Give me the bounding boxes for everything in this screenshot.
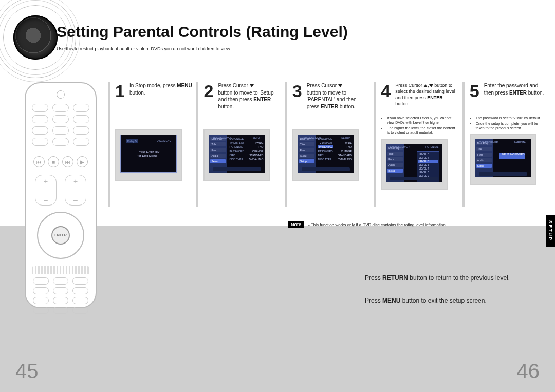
speaker-graphic [13,15,58,60]
step-number: 3 [292,82,304,100]
step-1: 1 In Stop mode, press MENU button. Dolby… [115,82,192,207]
step-3: 3 Press Cursor button to move to 'PARENT… [292,82,369,207]
step-text: Press Cursor button to move to 'Setup' a… [218,82,281,110]
step-text: Press Cursor button to move to 'PARENTAL… [307,82,369,110]
bottom-instructions: Press RETURN button to return to the pre… [365,273,540,319]
next-icon: ⏭ [62,156,73,167]
manual-page: Setting Parental Controls (Rating Level)… [0,0,555,392]
step-text: Enter the password and then press ENTER … [484,82,547,96]
steps-row: 1 In Stop mode, press MENU button. Dolby… [108,82,547,207]
step-separator [108,82,110,207]
remote-volume-rocker [35,175,57,206]
step-number: 1 [115,82,126,100]
osd-message: Press Enter key for Disc Menu [138,150,159,158]
step-separator [462,82,465,207]
step-bullets: If you have selected Level 6, you cannot… [381,116,458,135]
osd-screenshot-4: DVD RECEIVERPARENTAL Disc PlayTitleFuncA… [381,139,448,190]
step-text: In Stop mode, press MENU button. [130,82,192,96]
remote-nav-wheel: ENTER [37,212,84,259]
step-number: 2 [203,82,215,100]
osd-screenshot-5: DVD RECEIVERPARENTAL Disc PlayTitleFuncA… [470,134,536,185]
cursor-down-icon [338,84,342,87]
step-number: 4 [381,82,392,100]
remote-enter-label: ENTER [54,233,67,237]
step-bullets: The password is set to "7890" by default… [470,116,547,130]
stop-icon: ■ [48,156,59,167]
osd-main: LANGUAGE TV DISPLAY: WIDE PARENTAL: NO P… [227,135,265,173]
note-text: • This function works only if a DVD disc… [308,222,447,227]
note-row: Note • This function works only if a DVD… [288,221,545,228]
osd-screenshot-3: DVD RECEIVERSETUP Disc PlayTitleFuncAudi… [292,129,359,181]
remote-transport-row: ⏮ ■ ⏭ ▶ [32,156,89,170]
remote-number-pad [33,277,88,300]
section-tab-setup: SETUP [546,215,555,247]
remote-tune-rocker [65,175,86,206]
step-2: 2 Press Cursor button to move to 'Setup'… [203,82,281,207]
cursor-down-icon [429,84,433,87]
step-4: 4 Press Cursor , button to select the de… [381,82,458,207]
prev-icon: ⏮ [33,156,45,167]
password-field: INPUT PASSWORD : [499,153,525,159]
step-5: 5 Enter the password and then press ENTE… [470,82,547,207]
page-subtitle: Use this to restrict playback of adult o… [57,46,545,51]
step-number: 5 [470,82,481,100]
remote-ir-led-icon [57,90,65,99]
step-separator [374,82,376,207]
page-number-right: 46 [517,360,540,383]
play-icon: ▶ [77,156,88,167]
osd-screenshot-2: DVD RECEIVERSETUP Disc PlayTitleFuncAudi… [203,129,270,181]
step-separator [285,82,287,207]
step-text: Press Cursor , button to select the desi… [395,82,458,107]
remote-ridge [32,266,89,274]
osd-sidebar: Disc PlayTitleFuncAudioSetup [209,135,227,173]
remote-control-illustration: ⏮ ■ ⏭ ▶ ENTER [25,82,97,308]
cursor-down-icon [250,84,254,87]
step-separator [196,82,198,207]
page-title: Setting Parental Controls (Rating Level) [57,23,545,41]
note-badge: Note [288,221,304,228]
osd-screenshot-1: Dolby D DISC MENU Press Enter key for Di… [115,129,182,181]
page-number-left: 45 [15,360,39,383]
remote-upper-buttons [32,104,89,150]
